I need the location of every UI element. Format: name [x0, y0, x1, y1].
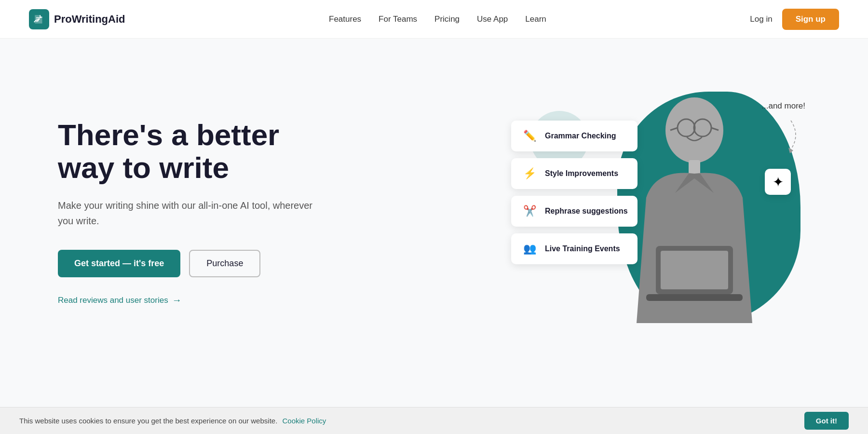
arrow-icon: →: [172, 295, 182, 306]
feature-card-rephrase: ✂️ Rephrase suggestions: [511, 196, 637, 227]
nav-links: Features For Teams Pricing Use App Learn: [329, 14, 546, 24]
feature-card-style: ⚡ Style Improvements: [511, 158, 637, 189]
get-started-button[interactable]: Get started — it's free: [58, 250, 180, 277]
hero-right: ...and more! ✦ ✏️ Grammar Checking ⚡ Sty…: [511, 82, 810, 342]
nav-for-teams[interactable]: For Teams: [379, 14, 417, 24]
rephrase-icon: ✂️: [521, 203, 538, 220]
svg-rect-8: [661, 251, 728, 289]
feature-card-training: 👥 Live Training Events: [511, 233, 637, 264]
dashed-arrow-decoration: [762, 111, 800, 159]
hero-section: There's a better way to write Make your …: [0, 39, 868, 376]
training-icon: 👥: [521, 240, 538, 258]
nav-learn[interactable]: Learn: [525, 14, 546, 24]
style-icon: ⚡: [521, 165, 538, 182]
svg-rect-9: [646, 294, 743, 301]
hero-buttons: Get started — it's free Purchase: [58, 250, 328, 277]
nav-features[interactable]: Features: [329, 14, 361, 24]
svg-rect-6: [689, 160, 700, 175]
cookie-text: This website uses cookies to ensure you …: [19, 417, 326, 425]
hero-title: There's a better way to write: [58, 119, 328, 184]
nav-use-app[interactable]: Use App: [477, 14, 508, 24]
grammar-icon: ✏️: [521, 127, 538, 145]
purchase-button[interactable]: Purchase: [189, 250, 260, 277]
and-more-label: ...and more!: [761, 101, 805, 111]
nav-right: Log in Sign up: [750, 9, 839, 30]
cookie-policy-link[interactable]: Cookie Policy: [282, 417, 326, 425]
cookie-bar: This website uses cookies to ensure you …: [0, 407, 868, 434]
logo[interactable]: ProWritingAid: [29, 9, 125, 29]
feature-cards: ✏️ Grammar Checking ⚡ Style Improvements…: [511, 121, 637, 264]
hero-person-image: [617, 82, 772, 328]
navbar: ProWritingAid Features For Teams Pricing…: [0, 0, 868, 39]
hero-left: There's a better way to write Make your …: [58, 119, 328, 306]
reviews-link[interactable]: Read reviews and user stories →: [58, 295, 328, 306]
logo-icon: [29, 9, 49, 29]
nav-pricing[interactable]: Pricing: [434, 14, 460, 24]
hero-subtitle: Make your writing shine with our all-in-…: [58, 198, 328, 229]
feature-card-grammar: ✏️ Grammar Checking: [511, 121, 637, 151]
signup-button[interactable]: Sign up: [782, 9, 839, 30]
login-link[interactable]: Log in: [750, 14, 772, 24]
sparkle-icon: ✦: [765, 169, 791, 195]
logo-text: ProWritingAid: [54, 13, 125, 26]
cookie-accept-button[interactable]: Got it!: [804, 412, 849, 430]
svg-marker-10: [788, 148, 793, 153]
